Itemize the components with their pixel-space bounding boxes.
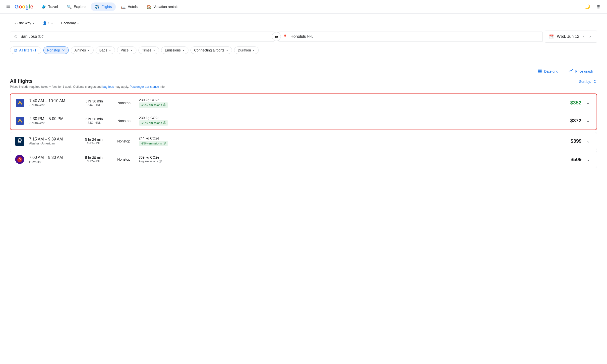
explore-icon: 🔍 — [67, 4, 72, 9]
duration-time-alaska: 5 hr 24 min — [79, 137, 109, 141]
duration-time-hawaiian: 5 hr 30 min — [79, 156, 109, 160]
all-filters-button[interactable]: All filters (1) — [10, 46, 41, 54]
price-amount-hawaiian: $509 — [571, 157, 582, 162]
nonstop-filter-button[interactable]: Nonstop ✕ — [43, 46, 69, 54]
times-filter-button[interactable]: Times ▼ — [138, 46, 159, 54]
origin-city: San Jose — [20, 34, 37, 39]
emissions-badge-label-sw1: -29% emissions — [141, 103, 162, 107]
flight-price-alaska: $399 ⌄ — [571, 137, 592, 145]
search-options: → One way ▼ 👤 1 ▼ Economy ▼ — [10, 20, 597, 27]
flight-row-sw2[interactable]: 2:30 PM – 5:00 PM Southwest 5 hr 30 min … — [10, 112, 597, 130]
prev-date-button[interactable]: ‹ — [581, 33, 586, 40]
flight-price-hawaiian: $509 ⌄ — [571, 155, 592, 164]
flight-times-sw2: 2:30 PM – 5:00 PM Southwest — [29, 117, 74, 125]
origin-field[interactable]: ⊙ San Jose SJC — [10, 32, 274, 42]
expand-sw2-button[interactable]: ⌄ — [584, 116, 592, 125]
vacation-icon: 🏠 — [147, 4, 152, 9]
bag-fees-link[interactable]: bag fees — [102, 85, 114, 89]
price-amount-sw2: $372 — [570, 118, 582, 124]
section-header: All flights Prices include required taxe… — [10, 78, 597, 92]
emissions-val-hawaiian: 309 kg CO2e — [139, 155, 179, 159]
connecting-airports-label: Connecting airports — [194, 48, 224, 52]
flight-emissions-hawaiian: 309 kg CO2e Avg emissions ⓘ — [139, 155, 179, 164]
flight-time-range-hawaiian: 7:00 AM – 9:30 AM — [29, 155, 74, 160]
flight-row-alaska[interactable]: 7:15 AM – 9:39 AM Alaska · American 5 hr… — [10, 132, 597, 150]
airline-logo-hawaiian — [15, 155, 24, 164]
date-field[interactable]: 📅 Wed, Jun 12 ‹ › — [545, 31, 597, 43]
emissions-info-icon-hawaiian: ⓘ — [159, 160, 162, 163]
emissions-badge-label-sw2: -29% emissions — [141, 121, 162, 125]
price-graph-icon — [568, 68, 573, 74]
sort-button[interactable]: Sort by: — [579, 79, 597, 84]
hotels-icon: 🛏️ — [121, 4, 126, 9]
flight-arrive-sw2: 5:00 PM — [49, 117, 63, 121]
duration-route-sw1: SJC–HNL — [79, 103, 109, 107]
nav-tab-explore-label: Explore — [74, 5, 85, 9]
emissions-label: Emissions — [165, 48, 181, 52]
expand-hawaiian-button[interactable]: ⌄ — [585, 155, 592, 164]
flight-dash-sw2: – — [45, 117, 49, 121]
destination-field[interactable]: 📍 Honolulu HNL — [278, 32, 543, 42]
passenger-assistance-link[interactable]: Passenger assistance — [130, 85, 159, 89]
flight-arrive-sw1: 10:10 AM — [49, 99, 65, 103]
highlighted-flight-group: 7:40 AM – 10:10 AM Southwest 5 hr 30 min… — [10, 93, 597, 130]
swap-airports-button[interactable]: ⇄ — [272, 32, 281, 41]
dark-mode-button[interactable]: 🌙 — [583, 2, 592, 11]
cabin-class-label: Economy — [61, 21, 76, 25]
emissions-avg-hawaiian: Avg emissions ⓘ — [139, 159, 179, 164]
date-label: Wed, Jun 12 — [557, 34, 579, 39]
southwest-icon-2 — [16, 117, 24, 125]
menu-button[interactable] — [4, 2, 12, 11]
subtitle-text: Prices include required taxes + fees for… — [10, 85, 102, 89]
expand-alaska-button[interactable]: ⌄ — [585, 137, 592, 145]
trip-type-arrow-icon: → — [13, 21, 16, 25]
expand-sw1-button[interactable]: ⌄ — [584, 98, 592, 107]
airlines-filter-button[interactable]: Airlines ▼ — [71, 46, 94, 54]
airline-logo-sw1 — [15, 98, 24, 107]
flight-arrive-hawaiian: 9:30 AM — [48, 155, 63, 160]
price-graph-button[interactable]: Price graph — [564, 66, 597, 76]
trip-type-button[interactable]: → One way ▼ — [10, 20, 38, 27]
flight-emissions-alaska: 244 kg CO2e -25% emissions ⓘ — [139, 136, 179, 146]
connecting-airports-filter-button[interactable]: Connecting airports ▼ — [190, 46, 232, 54]
duration-filter-button[interactable]: Duration ▼ — [234, 46, 259, 54]
price-filter-button[interactable]: Price ▼ — [117, 46, 136, 54]
passengers-button[interactable]: 👤 1 ▼ — [40, 20, 56, 27]
nav-tab-flights[interactable]: ✈️ Flights — [91, 2, 116, 11]
date-grid-button[interactable]: Date grid — [533, 66, 562, 76]
airlines-chevron-icon: ▼ — [87, 49, 90, 52]
cabin-class-button[interactable]: Economy ▼ — [58, 20, 82, 27]
price-chevron-icon: ▼ — [130, 49, 133, 52]
trip-type-label: One way — [17, 21, 31, 25]
duration-route-sw2: SJC–HNL — [79, 121, 109, 125]
flight-depart-sw2: 2:30 PM — [29, 117, 44, 121]
bags-filter-button[interactable]: Bags ▼ — [96, 46, 115, 54]
duration-route-hawaiian: SJC–HNL — [79, 160, 109, 163]
flight-duration-sw2: 5 hr 30 min SJC–HNL — [79, 117, 109, 125]
southwest-icon — [16, 99, 24, 107]
emissions-info-icon-sw2: ⓘ — [163, 121, 166, 125]
connecting-airports-chevron-icon: ▼ — [226, 49, 228, 52]
flight-airline-sw2: Southwest — [29, 121, 74, 125]
flight-row-hawaiian[interactable]: 7:00 AM – 9:30 AM Hawaiian 5 hr 30 min S… — [10, 151, 597, 168]
duration-chevron-icon: ▼ — [252, 49, 255, 52]
next-date-button[interactable]: › — [588, 33, 593, 40]
nav-tab-hotels-label: Hotels — [128, 5, 138, 9]
flight-times-sw1: 7:40 AM – 10:10 AM Southwest — [29, 99, 74, 107]
emissions-filter-button[interactable]: Emissions ▼ — [161, 46, 188, 54]
flights-section: All flights Prices include required taxe… — [0, 78, 607, 168]
flight-row-sw1[interactable]: 7:40 AM – 10:10 AM Southwest 5 hr 30 min… — [10, 94, 597, 112]
flight-stops-sw2: Nonstop — [114, 119, 134, 123]
destination-city: Honolulu — [291, 34, 306, 39]
apps-button[interactable] — [594, 2, 603, 11]
search-inputs: ⊙ San Jose SJC ⇄ 📍 Honolulu HNL 📅 Wed, J… — [10, 31, 597, 43]
nav-tab-hotels[interactable]: 🛏️ Hotels — [117, 2, 142, 11]
emissions-info-icon-sw1: ⓘ — [163, 103, 166, 107]
nav-tab-explore[interactable]: 🔍 Explore — [63, 2, 89, 11]
nonstop-close-icon[interactable]: ✕ — [62, 48, 65, 52]
flight-depart-alaska: 7:15 AM — [29, 137, 44, 141]
nav-tab-vacation[interactable]: 🏠 Vacation rentals — [143, 2, 182, 11]
nav-tab-travel[interactable]: 🧳 Travel — [37, 2, 62, 11]
airlines-label: Airlines — [74, 48, 86, 52]
flight-stops-sw1: Nonstop — [114, 101, 134, 105]
